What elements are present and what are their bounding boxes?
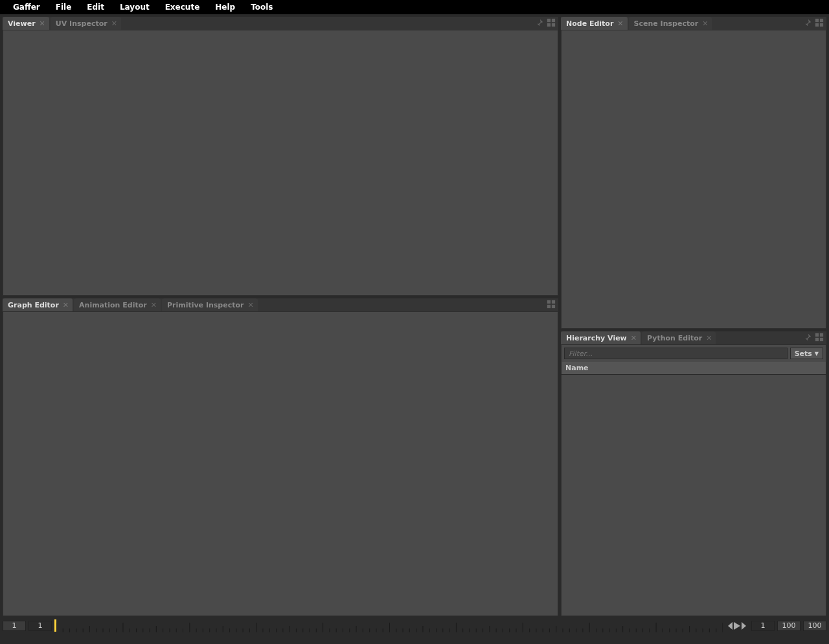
- layout-icon[interactable]: [815, 18, 824, 29]
- menu-help[interactable]: Help: [207, 3, 243, 12]
- svg-rect-9: [820, 18, 823, 21]
- close-icon[interactable]: ✕: [617, 20, 623, 27]
- tab-uv-inspector-label: UV Inspector: [56, 19, 108, 28]
- play-controls: [725, 621, 749, 631]
- tab-hierarchy-view[interactable]: Hierarchy View ✕: [561, 331, 641, 344]
- play-icon[interactable]: [733, 621, 741, 631]
- menu-layout[interactable]: Layout: [112, 3, 157, 12]
- timeline-current-input[interactable]: [751, 621, 775, 631]
- tab-uv-inspector[interactable]: UV Inspector ✕: [51, 17, 121, 30]
- pin-icon[interactable]: [803, 18, 812, 29]
- svg-rect-0: [547, 18, 551, 21]
- svg-rect-1: [552, 18, 555, 21]
- svg-rect-10: [815, 23, 819, 26]
- viewer-viewport[interactable]: [3, 30, 558, 296]
- skip-back-icon[interactable]: [725, 621, 733, 631]
- svg-rect-3: [552, 23, 555, 26]
- svg-rect-15: [820, 337, 823, 340]
- close-icon[interactable]: ✕: [40, 20, 45, 27]
- menu-file[interactable]: File: [48, 3, 80, 12]
- svg-rect-6: [547, 304, 551, 307]
- tab-graph-editor-label: Graph Editor: [8, 301, 59, 309]
- pin-icon[interactable]: [803, 333, 812, 344]
- hierarchy-toolbar: Sets ▼: [561, 344, 826, 362]
- close-icon[interactable]: ✕: [151, 302, 157, 309]
- graph-editor-viewport[interactable]: [3, 311, 558, 616]
- close-icon[interactable]: ✕: [702, 20, 708, 27]
- menu-tools[interactable]: Tools: [243, 3, 280, 12]
- layout-icon[interactable]: [547, 18, 556, 29]
- viewer-tabbar: Viewer ✕ UV Inspector ✕: [3, 17, 558, 30]
- close-icon[interactable]: ✕: [631, 335, 637, 342]
- tab-python-editor[interactable]: Python Editor ✕: [642, 331, 716, 344]
- timeline-start-bound-input[interactable]: [3, 621, 26, 631]
- hierarchy-list[interactable]: [561, 375, 826, 616]
- svg-rect-13: [820, 333, 823, 336]
- tab-python-editor-label: Python Editor: [647, 334, 702, 342]
- pin-icon[interactable]: [535, 18, 544, 29]
- sets-button[interactable]: Sets ▼: [790, 348, 823, 359]
- menu-edit[interactable]: Edit: [79, 3, 112, 12]
- tab-viewer[interactable]: Viewer ✕: [3, 17, 49, 30]
- svg-rect-8: [815, 18, 819, 21]
- timeline-ticks: [56, 619, 723, 632]
- tab-animation-editor[interactable]: Animation Editor ✕: [74, 298, 161, 311]
- svg-rect-7: [552, 304, 555, 307]
- menu-execute[interactable]: Execute: [157, 3, 208, 12]
- tab-node-editor-label: Node Editor: [566, 19, 613, 28]
- hierarchy-column-header[interactable]: Name: [561, 362, 826, 375]
- tab-hierarchy-view-label: Hierarchy View: [566, 334, 627, 342]
- tab-animation-editor-label: Animation Editor: [79, 301, 147, 309]
- svg-rect-12: [815, 333, 819, 336]
- node-editor-tabbar: Node Editor ✕ Scene Inspector ✕: [561, 17, 826, 30]
- node-editor-viewport[interactable]: [561, 30, 826, 329]
- svg-rect-2: [547, 23, 551, 26]
- layout-icon[interactable]: [547, 300, 556, 311]
- timeline-end-bound-input[interactable]: [803, 621, 826, 631]
- close-icon[interactable]: ✕: [247, 302, 253, 309]
- node-editor-panel: Node Editor ✕ Scene Inspector ✕: [561, 17, 826, 329]
- layout-icon[interactable]: [815, 333, 824, 344]
- graph-editor-panel: Graph Editor ✕ Animation Editor ✕ Primit…: [3, 298, 558, 616]
- graph-tabbar: Graph Editor ✕ Animation Editor ✕ Primit…: [3, 298, 558, 311]
- tab-node-editor[interactable]: Node Editor ✕: [561, 17, 628, 30]
- svg-rect-4: [547, 300, 551, 303]
- right-column: Node Editor ✕ Scene Inspector ✕: [561, 17, 826, 616]
- hierarchy-panel: Hierarchy View ✕ Python Editor ✕: [561, 331, 826, 616]
- workspace: Viewer ✕ UV Inspector ✕: [0, 14, 829, 619]
- tab-primitive-inspector-label: Primitive Inspector: [167, 301, 244, 309]
- close-icon[interactable]: ✕: [706, 335, 712, 342]
- hierarchy-tabbar: Hierarchy View ✕ Python Editor ✕: [561, 331, 826, 344]
- tab-scene-inspector[interactable]: Scene Inspector ✕: [629, 17, 712, 30]
- tab-viewer-label: Viewer: [8, 19, 36, 28]
- hierarchy-filter-input[interactable]: [564, 348, 788, 359]
- chevron-down-icon: ▼: [815, 351, 819, 357]
- left-column: Viewer ✕ UV Inspector ✕: [3, 17, 558, 616]
- timeline-end-input[interactable]: [777, 621, 801, 631]
- menu-gaffer[interactable]: Gaffer: [5, 3, 48, 12]
- timeline: [0, 619, 829, 644]
- timeline-slider[interactable]: [54, 619, 723, 632]
- sets-button-label: Sets: [795, 350, 812, 358]
- tab-primitive-inspector[interactable]: Primitive Inspector ✕: [162, 298, 258, 311]
- tab-scene-inspector-label: Scene Inspector: [634, 19, 699, 28]
- svg-rect-5: [552, 300, 555, 303]
- skip-forward-icon[interactable]: [741, 621, 749, 631]
- close-icon[interactable]: ✕: [63, 302, 69, 309]
- close-icon[interactable]: ✕: [111, 20, 117, 27]
- timeline-start-input[interactable]: [28, 621, 52, 631]
- menu-bar: Gaffer File Edit Layout Execute Help Too…: [0, 0, 829, 14]
- svg-rect-11: [820, 23, 823, 26]
- viewer-panel: Viewer ✕ UV Inspector ✕: [3, 17, 558, 296]
- svg-rect-14: [815, 337, 819, 340]
- tab-graph-editor[interactable]: Graph Editor ✕: [3, 298, 73, 311]
